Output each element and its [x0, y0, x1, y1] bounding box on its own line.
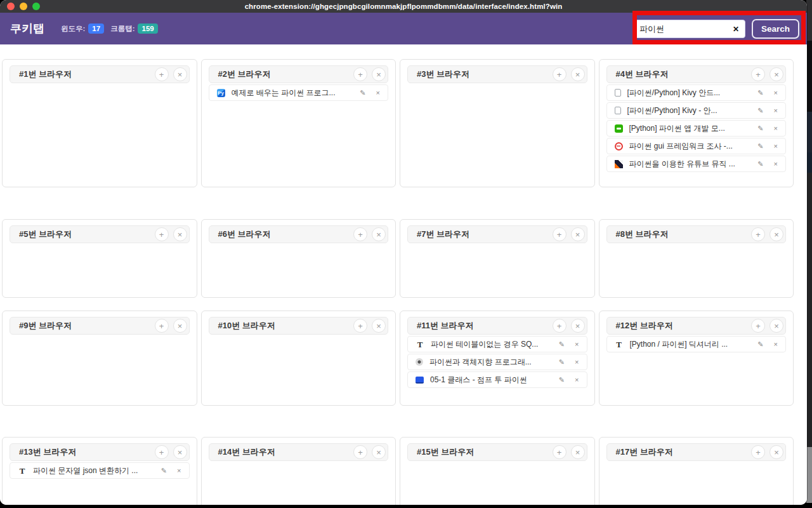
add-tab-button[interactable]: + [553, 227, 566, 241]
close-tab-button[interactable]: × [575, 376, 579, 384]
close-tab-button[interactable]: × [774, 107, 778, 114]
bluebook-favicon-icon [416, 377, 424, 384]
close-window-button[interactable]: × [571, 319, 585, 333]
search-button[interactable]: Search [752, 19, 799, 39]
card-header: #6번 브라우저+× [209, 225, 389, 243]
close-window-button[interactable]: × [372, 67, 386, 81]
close-window-button[interactable]: × [173, 227, 187, 241]
edit-tab-button[interactable]: ✎ [161, 467, 167, 475]
close-tab-button[interactable]: × [774, 160, 778, 168]
add-tab-button[interactable]: + [155, 319, 169, 333]
edit-tab-button[interactable]: ✎ [360, 89, 365, 97]
tab-item[interactable]: [파이썬/Python] Kivy 안드...✎× [606, 84, 787, 101]
card-row: #5번 브라우저+×#6번 브라우저+×#7번 브라우저+×#8번 브라우저+× [2, 219, 794, 298]
card-header: #12번 브라우저+× [606, 317, 787, 335]
add-tab-button[interactable]: + [155, 445, 169, 459]
browser-card: #3번 브라우저+× [400, 59, 595, 187]
close-window-button[interactable]: × [571, 227, 585, 241]
card-header: #17번 브라우저+× [606, 443, 787, 461]
add-tab-button[interactable]: + [751, 445, 765, 459]
tab-item[interactable]: 파이썬 gui 프레임워크 조사 -...✎× [606, 138, 787, 154]
close-window-button[interactable]: × [372, 319, 386, 333]
close-window-button[interactable]: × [173, 319, 187, 333]
card-title: #17번 브라우저 [616, 446, 747, 458]
close-window-button[interactable]: × [571, 67, 585, 81]
search-input-value: 파이썬 [639, 23, 733, 35]
page-favicon-icon [615, 107, 621, 114]
add-tab-button[interactable]: + [353, 445, 367, 459]
tab-item[interactable]: T[Python / 파이썬] 딕셔너리 ...✎× [606, 336, 787, 352]
close-tab-button[interactable]: × [376, 89, 380, 97]
card-header: #5번 브라우저+× [10, 225, 190, 243]
browser-card: #15번 브라우저+× [400, 437, 595, 505]
search-area: 파이썬 ✕ Search [633, 19, 799, 39]
tab-item[interactable]: T파이썬 테이블이없는 경우 SQ...✎× [407, 336, 587, 352]
close-tab-button[interactable]: × [774, 340, 778, 348]
add-tab-button[interactable]: + [751, 67, 765, 81]
browser-card: #9번 브라우저+× [2, 311, 197, 406]
tab-list: [파이썬/Python] Kivy 안드...✎×[파이썬/Python] Ki… [606, 84, 787, 172]
zoom-window-icon[interactable] [32, 3, 40, 10]
tab-item[interactable]: [Python] 파이썬 앱 개발 모...✎× [606, 120, 787, 137]
close-window-button[interactable]: × [769, 319, 783, 333]
tistory-favicon-icon: T [416, 340, 424, 349]
add-tab-button[interactable]: + [553, 319, 566, 333]
add-tab-button[interactable]: + [353, 319, 367, 333]
add-tab-button[interactable]: + [353, 67, 367, 81]
tab-item[interactable]: T파이썬 문자열 json 변환하기 ...✎× [10, 462, 190, 479]
card-title: #11번 브라우저 [417, 320, 548, 331]
tab-title: 05-1 클래스 - 점프 투 파이썬 [430, 375, 549, 385]
edit-tab-button[interactable]: ✎ [757, 142, 763, 150]
tab-item[interactable]: [파이썬/Python] Kivy - 안...✎× [606, 102, 787, 119]
tab-item[interactable]: Py예제로 배우는 파이썬 프로그...✎× [209, 84, 389, 101]
close-window-button[interactable]: × [372, 445, 386, 459]
edit-tab-button[interactable]: ✎ [559, 376, 565, 384]
edit-tab-button[interactable]: ✎ [757, 340, 763, 349]
add-tab-button[interactable]: + [553, 67, 566, 81]
add-tab-button[interactable]: + [155, 227, 169, 241]
close-window-button[interactable]: × [173, 67, 187, 81]
close-tab-button[interactable]: × [774, 142, 778, 150]
close-tab-button[interactable]: × [575, 340, 579, 348]
card-title: #10번 브라우저 [218, 320, 350, 331]
add-tab-button[interactable]: + [353, 227, 367, 241]
card-title: #3번 브라우저 [417, 69, 548, 80]
search-input[interactable]: 파이썬 ✕ [633, 20, 745, 38]
close-window-button[interactable]: × [769, 445, 783, 459]
add-tab-button[interactable]: + [553, 445, 566, 459]
close-tab-button[interactable]: × [177, 467, 181, 474]
browser-card: #5번 브라우저+× [2, 219, 197, 298]
edit-tab-button[interactable]: ✎ [559, 340, 565, 349]
close-window-button[interactable]: × [769, 67, 783, 81]
tab-item[interactable]: 파이썬과 객체지향 프로그래...✎× [407, 354, 587, 370]
edit-tab-button[interactable]: ✎ [559, 358, 565, 366]
browser-card: #6번 브라우저+× [201, 219, 396, 298]
close-window-button[interactable]: × [769, 227, 783, 241]
darksq-favicon-icon [615, 160, 623, 168]
close-tab-button[interactable]: × [774, 89, 778, 97]
edit-tab-button[interactable]: ✎ [757, 107, 763, 115]
add-tab-button[interactable]: + [751, 319, 765, 333]
close-window-button[interactable]: × [571, 445, 585, 459]
clear-search-icon[interactable]: ✕ [733, 25, 739, 34]
tab-item[interactable]: 파이썬을 이용한 유튜브 뮤직 ...✎× [606, 156, 787, 172]
green-favicon-icon [615, 124, 623, 133]
edit-tab-button[interactable]: ✎ [757, 124, 763, 133]
browser-card: #1번 브라우저+× [2, 59, 197, 187]
window-count-label: 윈도우: [61, 24, 85, 34]
close-tab-button[interactable]: × [575, 358, 579, 366]
add-tab-button[interactable]: + [155, 67, 169, 81]
tab-title: [파이썬/Python] Kivy 안드... [627, 88, 748, 98]
close-tab-button[interactable]: × [774, 124, 778, 132]
edit-tab-button[interactable]: ✎ [757, 160, 763, 168]
tab-item[interactable]: 05-1 클래스 - 점프 투 파이썬✎× [407, 371, 587, 388]
close-window-button[interactable]: × [173, 445, 187, 459]
card-title: #1번 브라우저 [19, 69, 150, 80]
edit-tab-button[interactable]: ✎ [757, 89, 763, 97]
close-window-button[interactable]: × [372, 227, 386, 241]
minimize-window-icon[interactable] [20, 3, 27, 10]
close-window-icon[interactable] [7, 3, 15, 10]
app-header: 쿠키탭 윈도우: 17 크롬탭: 159 파이썬 ✕ Search [0, 13, 807, 44]
add-tab-button[interactable]: + [751, 227, 765, 241]
tab-title: [Python] 파이썬 앱 개발 모... [629, 123, 748, 134]
